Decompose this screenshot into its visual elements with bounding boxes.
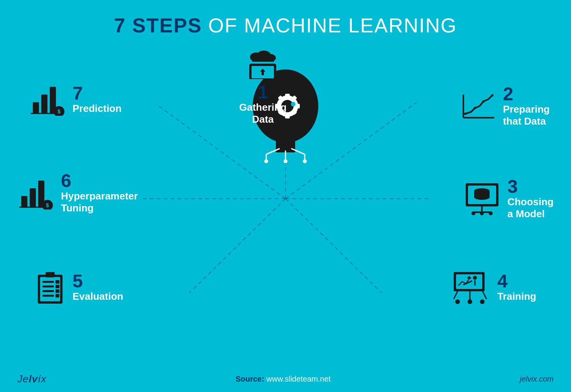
step-4: 4 Training <box>450 270 536 305</box>
step-5-number: 5 <box>73 272 123 291</box>
svg-point-52 <box>489 211 493 215</box>
footer: Jelvíx Source: www.slideteam.net jelvix.… <box>0 373 571 385</box>
step-3: 3 Choosinga Model <box>464 177 554 220</box>
svg-point-41 <box>482 100 485 103</box>
step-1-label: GatheringData <box>239 101 287 125</box>
svg-rect-68 <box>42 281 54 283</box>
svg-rect-75 <box>56 294 59 297</box>
preparing-data-icon <box>460 91 496 122</box>
svg-point-47 <box>474 194 490 200</box>
svg-rect-14 <box>296 104 300 108</box>
svg-line-4 <box>189 199 286 293</box>
step-2: 2 Preparingthat Data <box>460 85 550 127</box>
step-4-number: 4 <box>497 272 536 291</box>
step-7: $ 7 Prediction <box>29 83 122 116</box>
svg-rect-8 <box>276 137 295 152</box>
svg-point-62 <box>455 299 460 304</box>
footer-logo: Jelvíx <box>17 373 46 385</box>
footer-right-text: jelvix.com <box>520 375 554 384</box>
svg-rect-31 <box>252 59 274 62</box>
source-url: www.slideteam.net <box>266 375 331 383</box>
svg-point-39 <box>464 113 466 115</box>
svg-rect-77 <box>30 188 36 207</box>
step-6-label: HyperparameterTuning <box>61 190 138 214</box>
svg-point-40 <box>474 107 476 109</box>
source-label: Source: <box>235 375 264 383</box>
title-rest: OF MACHINE LEARNING <box>202 14 457 37</box>
svg-point-42 <box>491 94 493 96</box>
step-4-label: Training <box>497 291 536 302</box>
svg-point-23 <box>284 159 287 163</box>
svg-rect-73 <box>56 285 59 288</box>
step-2-label: Preparingthat Data <box>503 103 550 127</box>
choosing-model-icon <box>464 181 500 216</box>
title-bold: 7 STEPS <box>114 14 202 37</box>
svg-line-59 <box>454 291 458 299</box>
svg-text:$: $ <box>46 202 49 208</box>
svg-point-64 <box>480 299 485 304</box>
step-3-number: 3 <box>507 177 554 196</box>
svg-rect-71 <box>42 295 54 297</box>
training-icon <box>450 270 490 305</box>
page-title: 7 STEPS OF MACHINE LEARNING <box>0 0 571 37</box>
svg-rect-67 <box>46 272 55 277</box>
step-2-number: 2 <box>503 85 550 103</box>
step-6: $ 6 HyperparameterTuning <box>17 172 138 214</box>
step-7-number: 7 <box>73 84 122 103</box>
svg-point-27 <box>291 102 296 106</box>
svg-text:$: $ <box>57 108 61 115</box>
step-1-number: 1 <box>239 83 287 101</box>
svg-point-55 <box>473 276 477 280</box>
step-6-number: 6 <box>61 172 138 190</box>
svg-line-3 <box>286 199 382 293</box>
svg-rect-82 <box>33 102 39 113</box>
svg-point-21 <box>264 159 268 163</box>
svg-line-60 <box>483 291 487 299</box>
svg-rect-76 <box>21 196 27 207</box>
footer-source: Source: www.slideteam.net <box>235 375 331 384</box>
svg-point-26 <box>303 159 307 163</box>
prediction-icon: $ <box>29 83 66 116</box>
step-5: 5 Evaluation <box>35 270 123 305</box>
svg-rect-74 <box>56 289 59 293</box>
svg-point-51 <box>480 211 484 215</box>
svg-point-63 <box>468 299 472 304</box>
step-5-label: Evaluation <box>73 291 123 302</box>
step-1: 1 GatheringData <box>239 50 287 125</box>
svg-point-50 <box>471 211 475 215</box>
svg-rect-72 <box>56 280 59 284</box>
svg-rect-70 <box>42 290 54 292</box>
step-3-label: Choosinga Model <box>507 196 554 220</box>
evaluation-icon <box>35 270 66 305</box>
hyperparameter-icon: $ <box>17 177 54 210</box>
gathering-data-icon <box>245 50 280 79</box>
svg-rect-69 <box>42 286 54 287</box>
step-7-label: Prediction <box>73 103 122 115</box>
svg-rect-83 <box>41 95 47 113</box>
